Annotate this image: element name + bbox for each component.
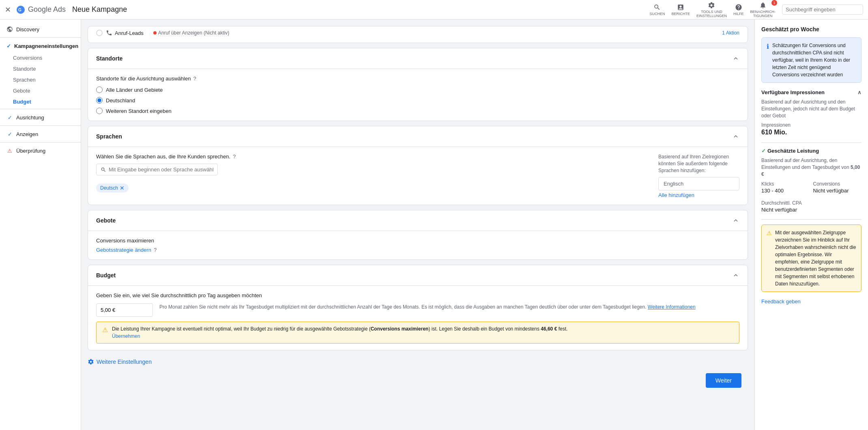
anruf-aktion-link[interactable]: 1 Aktion xyxy=(722,30,739,36)
budget-input-row: Pro Monat zahlen Sie nicht mehr als Ihr … xyxy=(96,303,739,317)
sidebar-item-gebote[interactable]: Gebote xyxy=(0,85,81,96)
klicks-value: 130 - 400 xyxy=(761,188,810,194)
standorte-header[interactable]: Standorte xyxy=(88,48,748,69)
klicks-label: Klicks xyxy=(761,181,810,187)
google-ads-logo-icon: G xyxy=(16,5,26,15)
rp-klicks-cell: Klicks 130 - 400 xyxy=(761,181,810,197)
sprachen-suggestions-header: Basierend auf Ihren Zielregionen könnten… xyxy=(658,153,739,174)
budget-warning-actions: Übernehmen xyxy=(112,333,567,339)
sidebar-ausrichtung-label: Ausrichtung xyxy=(16,115,44,121)
lang-search-icon xyxy=(101,167,106,173)
sprachen-search-input[interactable] xyxy=(109,166,213,173)
nav-hilfe[interactable]: HILFE xyxy=(733,4,744,16)
anruf-status-text: Anruf über Anzeigen (Nicht aktiv) xyxy=(158,30,229,36)
budget-warning-box: ⚠ Die Leistung Ihrer Kampagne ist eventu… xyxy=(96,322,739,344)
sprachen-description: Wählen Sie die Sprachen aus, die Ihre Ku… xyxy=(96,153,230,160)
footer-bar: Weiter xyxy=(88,368,748,393)
budget-warning-accept-button[interactable]: Übernehmen xyxy=(112,333,140,339)
phone-icon xyxy=(106,30,112,36)
rp-performance-description: Basierend auf der Ausrichtung, den Einst… xyxy=(761,157,862,177)
anruf-radio[interactable] xyxy=(96,30,103,36)
standorte-radio-alle[interactable] xyxy=(96,86,103,93)
sidebar: Discovery ✓ Kampagneneinstellungen Conve… xyxy=(0,19,81,430)
kampagneneinstellungen-check-icon: ✓ xyxy=(6,43,11,49)
sidebar-item-budget[interactable]: Budget xyxy=(0,96,81,107)
rp-impressionen-header[interactable]: Verfügbare Impressionen ∧ xyxy=(761,89,862,95)
main-layout: Discovery ✓ Kampagneneinstellungen Conve… xyxy=(0,19,868,430)
topbar-search-input[interactable] xyxy=(782,4,863,15)
gear-icon xyxy=(88,359,94,365)
budget-more-info-link[interactable]: Weitere Informationen xyxy=(648,304,696,310)
nav-tools[interactable]: TOOLS UNDEINSTELLUNGEN xyxy=(696,2,727,18)
sprachen-header[interactable]: Sprachen xyxy=(88,126,748,147)
nav-benachrichtigungen[interactable]: 1 BENACHRICH-TIGUNGEN xyxy=(750,2,776,18)
gebote-header[interactable]: Gebote xyxy=(88,210,748,231)
change-strategy-link[interactable]: Gebotsstrategie ändern xyxy=(96,247,151,253)
budget-warning-content: Die Leistung Ihrer Kampagne ist eventuel… xyxy=(112,326,567,339)
anruf-row: Anruf-Leads Anruf über Anzeigen (Nicht a… xyxy=(88,26,748,43)
status-dot xyxy=(153,31,157,35)
anruf-label: Anruf-Leads xyxy=(106,30,144,36)
budget-input-field[interactable] xyxy=(96,303,153,317)
sidebar-item-standorte[interactable]: Standorte xyxy=(0,63,81,74)
sidebar-item-conversions[interactable]: Conversions xyxy=(0,52,81,63)
close-icon[interactable]: ✕ xyxy=(5,5,11,14)
standorte-option-weiterer[interactable]: Weiteren Standort eingeben xyxy=(96,108,739,114)
standorte-help-icon[interactable]: ? xyxy=(193,76,196,82)
right-panel-title: Geschätzt pro Woche xyxy=(761,26,862,32)
sidebar-kampagneneinstellungen-label: Kampagneneinstellungen xyxy=(14,43,78,49)
sidebar-item-kampagneneinstellungen[interactable]: ✓ Kampagneneinstellungen xyxy=(0,39,81,52)
budget-info-text: Pro Monat zahlen Sie nicht mehr als Ihr … xyxy=(159,303,739,311)
nav-berichte[interactable]: BERICHTE xyxy=(671,4,690,16)
sidebar-item-discovery[interactable]: Discovery xyxy=(0,23,81,36)
notification-badge: 1 xyxy=(771,0,777,6)
rp-performance-label: Geschätzte Leistung xyxy=(767,148,862,154)
budget-header[interactable]: Budget xyxy=(88,265,748,285)
rp-impressionen-label: Verfügbare Impressionen xyxy=(761,89,825,95)
gebote-title: Gebote xyxy=(96,217,116,224)
budget-body: Geben Sie ein, wie viel Sie durchschnitt… xyxy=(88,285,748,350)
impressionen-value-row: Impressionen 610 Mio. xyxy=(761,122,862,136)
gebot-strategy-label: Conversions maximieren xyxy=(96,238,739,244)
weiter-button[interactable]: Weiter xyxy=(706,373,741,388)
standorte-option-deutschland[interactable]: Deutschland xyxy=(96,97,739,104)
sidebar-item-ueberpruefung[interactable]: ⚠ Überprüfung xyxy=(0,144,81,157)
rp-warning-text: Mit der ausgewählten Zielgruppe verzeich… xyxy=(775,229,856,287)
sprachen-search-box[interactable] xyxy=(96,164,218,175)
gebote-card: Gebote Conversions maximieren Gebotsstra… xyxy=(88,210,748,260)
budget-card: Budget Geben Sie ein, wie viel Sie durch… xyxy=(88,265,748,350)
rp-performance-header[interactable]: ✓ Geschätzte Leistung xyxy=(761,148,862,154)
anruf-badge: Anruf über Anzeigen (Nicht aktiv) xyxy=(153,30,229,36)
nav-hilfe-label: HILFE xyxy=(733,12,744,16)
sidebar-gebote-label: Gebote xyxy=(13,88,30,94)
rp-info-icon: ℹ xyxy=(767,42,769,78)
nav-tools-label: TOOLS UNDEINSTELLUNGEN xyxy=(696,10,727,18)
weitere-einstellungen-label: Weitere Einstellungen xyxy=(97,359,152,365)
conversions-value: Nicht verfügbar xyxy=(813,188,862,194)
budget-description: Geben Sie ein, wie viel Sie durchschnitt… xyxy=(96,292,739,298)
discovery-icon xyxy=(6,26,13,32)
sprachen-help-icon[interactable]: ? xyxy=(233,153,236,160)
sidebar-sprachen-label: Sprachen xyxy=(13,77,36,83)
rp-performance-check-icon: ✓ xyxy=(761,148,766,154)
rp-warning-triangle-icon: ⚠ xyxy=(767,229,772,287)
budget-input-wrap xyxy=(96,303,153,317)
weitere-einstellungen-button[interactable]: Weitere Einstellungen xyxy=(88,355,748,368)
nav-suchen[interactable]: SUCHEN xyxy=(649,4,665,16)
gebot-help-icon[interactable]: ? xyxy=(154,247,157,253)
standorte-radio-weiterer[interactable] xyxy=(96,108,103,114)
remove-deutsch-icon[interactable]: ✕ xyxy=(120,185,125,191)
lang-suggestions-box: Englisch xyxy=(658,177,739,190)
add-all-languages-link[interactable]: Alle hinzufügen xyxy=(658,192,739,198)
sidebar-item-sprachen[interactable]: Sprachen xyxy=(0,74,81,85)
rp-warning-box: ⚠ Mit der ausgewählten Zielgruppe verzei… xyxy=(761,225,862,292)
sidebar-budget-label: Budget xyxy=(13,99,31,105)
standorte-radio-deutschland[interactable] xyxy=(96,97,103,104)
brand-label: Google Ads xyxy=(28,5,66,14)
sidebar-item-anzeigen[interactable]: ✓ Anzeigen xyxy=(0,127,81,140)
sidebar-item-ausrichtung[interactable]: ✓ Ausrichtung xyxy=(0,111,81,124)
feedback-link[interactable]: Feedback geben xyxy=(761,298,801,305)
sidebar-ueberpruefung-label: Überprüfung xyxy=(16,148,45,154)
standorte-option-alle[interactable]: Alle Länder und Gebiete xyxy=(96,86,739,93)
standorte-fieldset-label: Standorte für die Ausrichtung auswählen xyxy=(96,76,191,82)
